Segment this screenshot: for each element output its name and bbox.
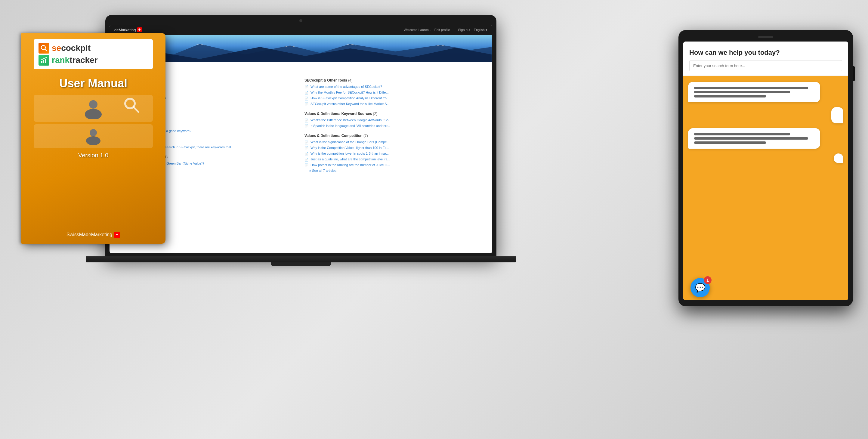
article-link-comp-higher[interactable]: Why is the Competition Value Higher than… (310, 146, 389, 150)
article-comp-level: 📄 Just as a guideline, what are the comp… (305, 157, 486, 162)
swiss-flag-icon (114, 232, 120, 238)
topbar-right: Welcome Lauren - Edit profile | Sign out… (404, 28, 487, 32)
cat-tools-title: SECockpit & Other Tools (4) (305, 78, 486, 83)
logo-ranktracker: ranktracker (38, 55, 148, 66)
chat-line (694, 133, 790, 135)
article-link-diff-from[interactable]: How is SECockpit Competition Analysis Di… (310, 96, 389, 100)
article-link-orange-bars[interactable]: What is the significance of the Orange B… (310, 140, 390, 144)
book-image-bottom (34, 124, 153, 148)
article-icon-13: 📄 (305, 119, 309, 122)
article-icon-14: 📄 (305, 124, 309, 128)
article-spanish: 📄 If Spanish is the language and "All co… (305, 124, 486, 128)
book-cover: secockpit ranktracker (21, 33, 165, 244)
tablet-side-button (853, 66, 855, 81)
article-link-monthly-fee[interactable]: Why the Monthly Fee for SECockpit? How i… (310, 91, 389, 94)
svg-point-10 (86, 136, 100, 145)
cat-sources-count: (2) (373, 112, 377, 116)
tablet-body: How can we help you today? (678, 30, 853, 306)
chat-badge: 1 (704, 276, 712, 284)
article-link-comp-lower[interactable]: Why is the competition lower in spots 1-… (310, 152, 389, 155)
chat-bubble-4 (834, 153, 843, 163)
chat-icon: 💬 (695, 283, 706, 293)
cat-competition-title: Values & Definitions: Competition (7) (305, 134, 486, 138)
chat-line (694, 142, 766, 144)
logo-rt-icon (38, 55, 49, 66)
tablet: How can we help you today? (678, 30, 853, 306)
topbar-separator: | (454, 28, 455, 32)
see-all-competition[interactable]: » See all 7 articles (309, 169, 486, 173)
article-icon-12: 📄 (305, 102, 309, 106)
article-link-spanish[interactable]: If Spanish is the language and "All coun… (310, 124, 390, 128)
tablet-chat-area: 💬 1 (683, 76, 848, 300)
article-icon-16: 📄 (305, 146, 309, 150)
article-icon-19: 📄 (305, 163, 309, 167)
article-comp-higher: 📄 Why is the Competition Value Higher th… (305, 146, 486, 150)
chat-bubble-1 (688, 82, 820, 102)
article-versus: 📄 SECockpit versus other Keyword tools l… (305, 102, 486, 106)
svg-rect-2 (41, 61, 42, 63)
laptop-stand (271, 262, 331, 266)
article-advantages: 📄 What are some of the advantages of SEC… (305, 85, 486, 89)
article-adwords: 📄 What's the Difference Between Google A… (305, 118, 486, 122)
chat-line (694, 95, 766, 97)
content-col-right: SECockpit & Other Tools (4) 📄 What are s… (305, 78, 486, 178)
book-version: Version 1.0 (78, 152, 108, 159)
article-comp-lower: 📄 Why is the competition lower in spots … (305, 152, 486, 156)
logo-se-text: secockpit (52, 43, 91, 53)
article-icon-15: 📄 (305, 140, 309, 145)
article-orange-bars: 📄 What is the significance of the Orange… (305, 140, 486, 145)
article-icon-18: 📄 (305, 158, 309, 162)
cat-other-tools: SECockpit & Other Tools (4) 📄 What are s… (305, 78, 486, 106)
topbar-edit-profile[interactable]: Edit profile (434, 28, 450, 32)
article-icon-9: 📄 (305, 85, 309, 89)
laptop-camera (299, 19, 302, 22)
book-footer-text: SwissMadeMarketing (66, 232, 112, 238)
tablet-header: How can we help you today? (683, 41, 848, 76)
svg-point-9 (90, 129, 97, 136)
article-link-versus[interactable]: SECockpit versus other Keyword tools lik… (310, 102, 390, 105)
laptop-base (86, 256, 516, 262)
book-image-top (34, 95, 153, 122)
book-images (34, 95, 153, 148)
scene: ⚷ ⚷ ⚷ ⚷ ⚷ ⚷ ⚷ ⚷ ⚷ ⚷ (0, 0, 868, 439)
book: ⚷ ⚷ ⚷ ⚷ ⚷ ⚷ ⚷ ⚷ ⚷ ⚷ (9, 24, 178, 253)
chat-line (694, 87, 808, 89)
svg-rect-3 (43, 60, 44, 63)
logo-secockpit: secockpit (38, 43, 148, 54)
tablet-home-button (758, 36, 773, 38)
chat-line (694, 137, 808, 139)
article-icon-10: 📄 (305, 91, 309, 95)
tablet-search-input[interactable] (689, 60, 842, 71)
svg-point-5 (89, 100, 97, 108)
svg-line-1 (45, 49, 46, 51)
book-footer: SwissMadeMarketing (66, 228, 120, 238)
chat-fab-button[interactable]: 💬 1 (690, 278, 710, 297)
cat-kw-sources: Values & Definitions: Keyword Sources (2… (305, 112, 486, 128)
svg-rect-4 (45, 59, 46, 63)
topbar-welcome: Welcome Lauren - (404, 28, 431, 32)
cat-competition-count: (7) (364, 134, 368, 138)
book-title: User Manual (59, 77, 127, 90)
chat-bubble-3 (688, 128, 820, 149)
topbar-sign-out[interactable]: Sign out (458, 28, 470, 32)
article-icon-17: 📄 (305, 152, 309, 156)
article-link-comp-level[interactable]: Just as a guideline, what are the compet… (310, 157, 390, 161)
tablet-help-title: How can we help you today? (689, 49, 842, 57)
topbar-lang[interactable]: English ▾ (474, 28, 487, 32)
article-diff-from: 📄 How is SECockpit Competition Analysis … (305, 96, 486, 100)
cat-sources-title: Values & Definitions: Keyword Sources (2… (305, 112, 486, 116)
cat-tools-count: (4) (348, 78, 352, 83)
chat-bubble-2 (831, 107, 843, 123)
chat-line (694, 91, 790, 93)
article-icon-11: 📄 (305, 97, 309, 100)
book-logo-area: secockpit ranktracker (34, 39, 153, 69)
svg-line-8 (133, 107, 138, 112)
tablet-screen: How can we help you today? (683, 41, 848, 300)
logo-rt-text: ranktracker (52, 55, 98, 65)
article-juice: 📄 How potent in the ranking are the numb… (305, 163, 486, 167)
cat-competition: Values & Definitions: Competition (7) 📄 … (305, 134, 486, 173)
logo-se-icon (38, 43, 49, 54)
article-link-advantages[interactable]: What are some of the advantages of SECoc… (310, 85, 382, 89)
article-link-juice[interactable]: How potent in the ranking are the number… (310, 163, 390, 167)
article-link-adwords[interactable]: What's the Difference Between Google AdW… (310, 118, 391, 122)
